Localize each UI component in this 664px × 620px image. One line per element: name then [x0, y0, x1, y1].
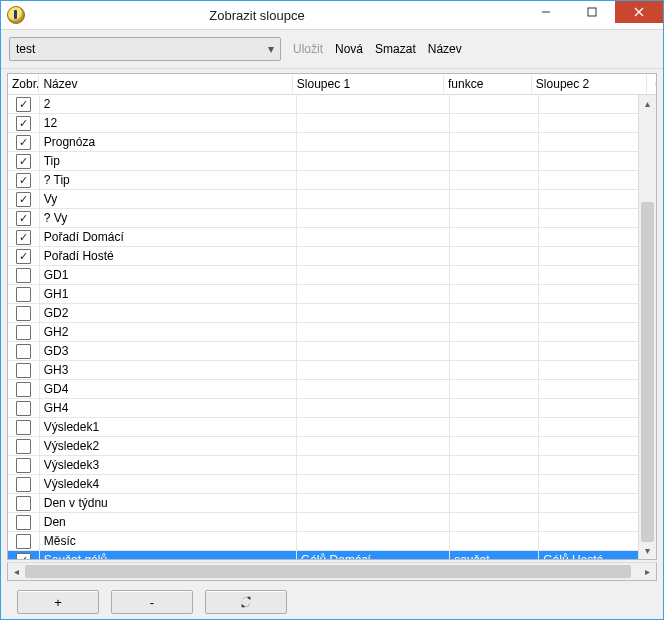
- cell-funkce[interactable]: [450, 95, 539, 113]
- cell-checkbox[interactable]: [8, 418, 40, 436]
- cell-name[interactable]: Den: [40, 513, 297, 531]
- cell-checkbox[interactable]: [8, 494, 40, 512]
- cell-checkbox[interactable]: [8, 380, 40, 398]
- horizontal-scrollbar[interactable]: ◂ ▸: [7, 562, 657, 581]
- checkbox[interactable]: [16, 287, 31, 302]
- table-row[interactable]: GD3: [8, 342, 656, 361]
- cell-name[interactable]: ? Tip: [40, 171, 297, 189]
- table-row[interactable]: 2: [8, 95, 656, 114]
- cell-name[interactable]: Prognóza: [40, 133, 297, 151]
- cell-funkce[interactable]: součet: [450, 551, 539, 559]
- checkbox[interactable]: [16, 553, 31, 560]
- cell-checkbox[interactable]: [8, 342, 40, 360]
- cell-checkbox[interactable]: [8, 285, 40, 303]
- scroll-track[interactable]: [639, 112, 656, 542]
- cell-funkce[interactable]: [450, 456, 539, 474]
- checkbox[interactable]: [16, 439, 31, 454]
- cell-checkbox[interactable]: [8, 475, 40, 493]
- cell-name[interactable]: GD3: [40, 342, 297, 360]
- cell-sloupec1[interactable]: [297, 418, 450, 436]
- cell-checkbox[interactable]: [8, 399, 40, 417]
- minimize-button[interactable]: [523, 1, 569, 23]
- cell-funkce[interactable]: [450, 266, 539, 284]
- checkbox[interactable]: [16, 211, 31, 226]
- cell-checkbox[interactable]: [8, 247, 40, 265]
- cell-funkce[interactable]: [450, 380, 539, 398]
- cell-funkce[interactable]: [450, 532, 539, 550]
- refresh-button[interactable]: [205, 590, 287, 614]
- cell-funkce[interactable]: [450, 513, 539, 531]
- checkbox[interactable]: [16, 268, 31, 283]
- cell-sloupec1[interactable]: [297, 342, 450, 360]
- table-row[interactable]: Výsledek2: [8, 437, 656, 456]
- cell-sloupec1[interactable]: [297, 95, 450, 113]
- maximize-button[interactable]: [569, 1, 615, 23]
- delete-button[interactable]: Smazat: [375, 42, 416, 56]
- column-header-sloupec2[interactable]: Sloupec 2: [532, 75, 647, 93]
- cell-checkbox[interactable]: [8, 266, 40, 284]
- cell-sloupec1[interactable]: [297, 266, 450, 284]
- cell-name[interactable]: Pořadí Hosté: [40, 247, 297, 265]
- table-row[interactable]: GD4: [8, 380, 656, 399]
- cell-name[interactable]: GH3: [40, 361, 297, 379]
- cell-checkbox[interactable]: [8, 456, 40, 474]
- column-header-funkce[interactable]: funkce: [444, 75, 532, 93]
- name-button[interactable]: Název: [428, 42, 462, 56]
- cell-funkce[interactable]: [450, 304, 539, 322]
- cell-name[interactable]: GH4: [40, 399, 297, 417]
- table-row[interactable]: ? Vy: [8, 209, 656, 228]
- cell-sloupec1[interactable]: [297, 361, 450, 379]
- checkbox[interactable]: [16, 363, 31, 378]
- table-row[interactable]: GH2: [8, 323, 656, 342]
- table-row[interactable]: Vy: [8, 190, 656, 209]
- cell-name[interactable]: Výsledek3: [40, 456, 297, 474]
- cell-sloupec1[interactable]: [297, 399, 450, 417]
- cell-funkce[interactable]: [450, 399, 539, 417]
- checkbox[interactable]: [16, 477, 31, 492]
- checkbox[interactable]: [16, 97, 31, 112]
- table-row[interactable]: Den v týdnu: [8, 494, 656, 513]
- cell-sloupec1[interactable]: Gólů Domácí: [297, 551, 450, 559]
- cell-checkbox[interactable]: [8, 228, 40, 246]
- cell-checkbox[interactable]: [8, 190, 40, 208]
- new-button[interactable]: Nová: [335, 42, 363, 56]
- hscroll-thumb[interactable]: [25, 565, 631, 578]
- cell-funkce[interactable]: [450, 190, 539, 208]
- cell-name[interactable]: 12: [40, 114, 297, 132]
- checkbox[interactable]: [16, 420, 31, 435]
- remove-button[interactable]: -: [111, 590, 193, 614]
- cell-sloupec1[interactable]: [297, 323, 450, 341]
- cell-name[interactable]: Měsíc: [40, 532, 297, 550]
- cell-name[interactable]: GD2: [40, 304, 297, 322]
- cell-funkce[interactable]: [450, 228, 539, 246]
- cell-name[interactable]: Výsledek4: [40, 475, 297, 493]
- checkbox[interactable]: [16, 306, 31, 321]
- cell-name[interactable]: Výsledek2: [40, 437, 297, 455]
- cell-funkce[interactable]: [450, 209, 539, 227]
- cell-checkbox[interactable]: [8, 133, 40, 151]
- table-row[interactable]: Pořadí Domácí: [8, 228, 656, 247]
- cell-name[interactable]: Pořadí Domácí: [40, 228, 297, 246]
- cell-name[interactable]: GD4: [40, 380, 297, 398]
- table-row[interactable]: Výsledek4: [8, 475, 656, 494]
- cell-checkbox[interactable]: [8, 513, 40, 531]
- cell-checkbox[interactable]: [8, 171, 40, 189]
- cell-sloupec1[interactable]: [297, 209, 450, 227]
- checkbox[interactable]: [16, 116, 31, 131]
- scroll-down-icon[interactable]: ▾: [639, 542, 656, 559]
- checkbox[interactable]: [16, 230, 31, 245]
- cell-sloupec1[interactable]: [297, 152, 450, 170]
- cell-checkbox[interactable]: [8, 114, 40, 132]
- checkbox[interactable]: [16, 325, 31, 340]
- cell-funkce[interactable]: [450, 133, 539, 151]
- cell-sloupec1[interactable]: [297, 285, 450, 303]
- cell-funkce[interactable]: [450, 494, 539, 512]
- cell-name[interactable]: ? Vy: [40, 209, 297, 227]
- table-row[interactable]: Výsledek1: [8, 418, 656, 437]
- cell-funkce[interactable]: [450, 361, 539, 379]
- checkbox[interactable]: [16, 496, 31, 511]
- table-row[interactable]: GH3: [8, 361, 656, 380]
- cell-name[interactable]: GH2: [40, 323, 297, 341]
- cell-name[interactable]: Den v týdnu: [40, 494, 297, 512]
- preset-combobox[interactable]: test ▾: [9, 37, 281, 61]
